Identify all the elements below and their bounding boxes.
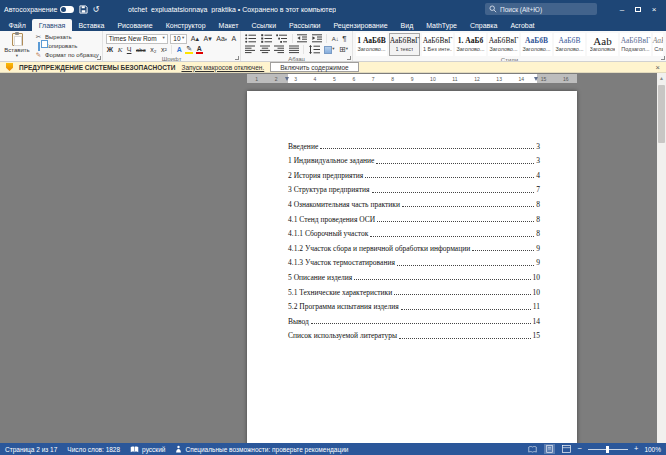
- tab-mathtype[interactable]: MathType: [420, 19, 464, 31]
- autosave-toggle[interactable]: Автосохранение: [4, 6, 74, 13]
- tab-insert[interactable]: Вставка: [72, 19, 111, 31]
- style-chip[interactable]: АаБбВвГгСлабое в...: [653, 33, 663, 56]
- multilevel-list-button[interactable]: [275, 34, 288, 43]
- strikethrough-button[interactable]: abc: [135, 47, 147, 53]
- font-dialog-launcher-icon[interactable]: [235, 56, 239, 60]
- tab-draw[interactable]: Рисование: [111, 19, 159, 31]
- horizontal-ruler[interactable]: 12 34 56 78 910 1112 1314 1516: [247, 74, 577, 83]
- increase-indent-button[interactable]: [311, 34, 323, 43]
- tab-mailings[interactable]: Рассылки: [283, 19, 327, 31]
- close-button[interactable]: ×: [646, 0, 662, 18]
- style-chip[interactable]: АаБбВвГПодзагол...: [620, 33, 651, 56]
- align-center-button[interactable]: [259, 45, 271, 54]
- read-mode-button[interactable]: [527, 444, 538, 454]
- style-chip[interactable]: 1. АаБбЗаголово...: [455, 33, 486, 56]
- maximize-button[interactable]: [630, 0, 646, 18]
- tab-acrobat[interactable]: Acrobat: [504, 19, 541, 31]
- clipboard-dialog-launcher-icon[interactable]: [97, 56, 101, 60]
- toc-entry[interactable]: 4 Ознакомительная часть практики8: [288, 194, 540, 209]
- style-chip[interactable]: AabЗаголовок: [587, 33, 618, 56]
- borders-button[interactable]: ⊞▾: [338, 46, 349, 54]
- zoom-level[interactable]: 100%: [644, 446, 661, 453]
- toc-entry[interactable]: 5.1 Технические характеристики10: [288, 282, 540, 297]
- change-case-button[interactable]: Аа▾: [215, 35, 228, 43]
- style-chip[interactable]: АаБбВЗаголово...: [554, 33, 585, 56]
- style-chip[interactable]: АаБбВЗаголово...: [521, 33, 552, 56]
- tab-layout[interactable]: Макет: [212, 19, 245, 31]
- clear-formatting-button[interactable]: А: [231, 35, 238, 42]
- toc-entry[interactable]: 4.1.2 Участок сбора и первичной обработк…: [288, 238, 540, 253]
- accessibility-status[interactable]: Специальные возможности: проверьте реком…: [175, 445, 348, 453]
- vertical-scrollbar[interactable]: ▲: [657, 73, 666, 443]
- toc-entry[interactable]: 2 История предприятия4: [288, 165, 540, 180]
- superscript-button[interactable]: x²: [160, 46, 168, 53]
- highlight-color-button[interactable]: ✎: [185, 45, 193, 55]
- language-indicator[interactable]: русский: [130, 446, 165, 453]
- italic-button[interactable]: К: [117, 46, 124, 54]
- document-page[interactable]: Введение3 1 Индивидуальное задание3 2 Ис…: [247, 91, 577, 443]
- indent-marker-icon[interactable]: [285, 77, 289, 81]
- show-formatting-marks-button[interactable]: ¶: [342, 35, 346, 43]
- font-color-button[interactable]: А: [196, 45, 203, 55]
- tab-design[interactable]: Конструктор: [159, 19, 212, 31]
- word-count[interactable]: Число слов: 1828: [67, 446, 120, 453]
- subscript-button[interactable]: x₂: [149, 46, 157, 53]
- style-chip[interactable]: АаБбВвГ1 Без инте...: [422, 33, 453, 56]
- justify-button[interactable]: [288, 45, 300, 54]
- bullet-list-button[interactable]: [244, 34, 257, 43]
- enable-content-button[interactable]: Включить содержимое: [270, 62, 358, 72]
- toc-entry[interactable]: Вывод14: [288, 311, 540, 326]
- grow-font-button[interactable]: А▴: [190, 35, 200, 43]
- page-indicator[interactable]: Страница 2 из 17: [5, 446, 57, 453]
- paragraph-dialog-launcher-icon[interactable]: [347, 56, 351, 60]
- zoom-slider-thumb[interactable]: [606, 446, 609, 453]
- toc-entry[interactable]: 4.1.1 Сборочный участок8: [288, 224, 540, 239]
- numbered-list-button[interactable]: [260, 34, 273, 43]
- print-layout-button[interactable]: [544, 444, 555, 454]
- style-chip[interactable]: АаБбВвГЗаголово...: [488, 33, 519, 56]
- copy-button[interactable]: Копировать: [34, 43, 99, 50]
- sort-button[interactable]: А↓: [331, 36, 340, 42]
- minimize-button[interactable]: –: [614, 0, 630, 18]
- text-effects-button[interactable]: А: [176, 46, 183, 53]
- shading-button[interactable]: ▾: [323, 46, 335, 54]
- shrink-font-button[interactable]: А▾: [203, 35, 213, 43]
- toc-entry[interactable]: 4.1.3 Участок термостатирования9: [288, 253, 540, 268]
- tab-file[interactable]: Файл: [2, 19, 32, 31]
- scrollbar-thumb[interactable]: [658, 85, 665, 143]
- toc-entry[interactable]: 5.2 Программа испытания изделия11: [288, 297, 540, 312]
- scroll-up-icon[interactable]: ▲: [659, 73, 664, 81]
- format-painter-button[interactable]: ✎ Формат по образцу: [34, 51, 99, 59]
- search-input[interactable]: Поиск (Alt+Ю): [485, 3, 597, 15]
- right-indent-marker-icon[interactable]: [534, 77, 538, 81]
- tab-help[interactable]: Справка: [463, 19, 503, 31]
- document-canvas[interactable]: 12 34 56 78 910 1112 1314 1516 Введение3…: [0, 73, 666, 443]
- toc-entry[interactable]: 1 Индивидуальное задание3: [288, 151, 540, 166]
- tab-review[interactable]: Рецензирование: [327, 19, 394, 31]
- zoom-in-button[interactable]: +: [634, 445, 638, 453]
- tab-references[interactable]: Ссылки: [245, 19, 283, 31]
- toc-entry[interactable]: 5 Описание изделия10: [288, 267, 540, 282]
- align-left-button[interactable]: [244, 45, 256, 54]
- bold-button[interactable]: Ж: [106, 46, 114, 53]
- zoom-slider[interactable]: [588, 449, 628, 450]
- toc-entry[interactable]: 3 Структура предприятия7: [288, 180, 540, 195]
- toc-entry[interactable]: Список используемой литературы15: [288, 326, 540, 341]
- style-chip-selected[interactable]: АаБбВвГ1 текст: [389, 33, 420, 56]
- font-size-select[interactable]: 10▾: [170, 34, 187, 44]
- toc-entry[interactable]: 4.1 Стенд проведения ОСИ8: [288, 209, 540, 224]
- zoom-out-button[interactable]: −: [578, 445, 582, 453]
- style-chip[interactable]: 1 АаБбВЗаголово...: [356, 33, 387, 56]
- font-family-select[interactable]: Times New Rom▾: [106, 34, 168, 44]
- undo-button[interactable]: ↺: [92, 5, 99, 14]
- styles-dialog-launcher-icon[interactable]: [661, 56, 665, 60]
- tab-view[interactable]: Вид: [394, 19, 420, 31]
- save-button[interactable]: [79, 5, 88, 14]
- web-layout-button[interactable]: [561, 444, 572, 454]
- paste-button[interactable]: Вставить ▾: [3, 33, 31, 59]
- warning-close-icon[interactable]: ×: [656, 63, 660, 72]
- toc-entry[interactable]: Введение3: [288, 136, 540, 151]
- tab-home[interactable]: Главная: [32, 19, 72, 31]
- line-spacing-button[interactable]: [308, 45, 321, 54]
- underline-button[interactable]: Ч: [126, 46, 133, 53]
